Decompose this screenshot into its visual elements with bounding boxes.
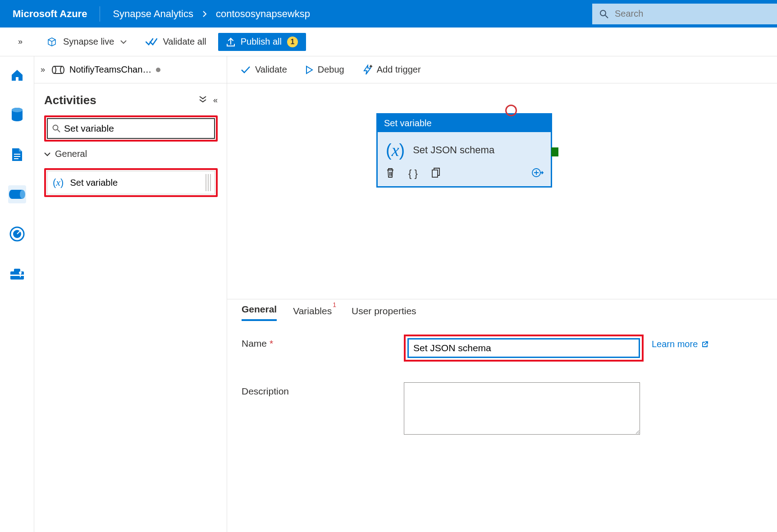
publish-count-badge: 1 [287, 37, 298, 47]
breadcrumb: Synapse Analytics contososynapsewksp [100, 8, 310, 20]
nav-monitor[interactable] [8, 225, 26, 243]
search-icon [52, 124, 60, 133]
nav-manage[interactable] [8, 265, 26, 283]
svg-point-3 [12, 108, 23, 112]
editor-tab[interactable]: NotifiyTeamsChan… [51, 64, 160, 75]
delete-node-button[interactable] [386, 167, 395, 180]
synapse-live-dropdown[interactable]: Synapse live [40, 34, 134, 50]
learn-more-link[interactable]: Learn more [652, 335, 708, 349]
status-indicator-icon [505, 105, 517, 116]
publish-all-button[interactable]: Publish all 1 [218, 33, 306, 51]
breadcrumb-workspace[interactable]: contososynapsewksp [216, 8, 310, 20]
activity-set-variable[interactable]: (x) Set variable [47, 171, 215, 194]
svg-point-17 [52, 66, 56, 73]
activity-item-label: Set variable [70, 178, 118, 188]
name-field-wrapper[interactable] [407, 338, 640, 358]
brand-label: Microsoft Azure [0, 6, 100, 22]
breadcrumb-service[interactable]: Synapse Analytics [113, 8, 193, 20]
synapse-live-label: Synapse live [63, 37, 114, 47]
nav-integrate[interactable] [8, 185, 26, 203]
activity-search[interactable] [47, 118, 215, 139]
cube-icon [47, 37, 57, 47]
document-icon [11, 147, 23, 162]
activities-heading: Activities [44, 93, 96, 107]
description-input[interactable] [404, 382, 640, 435]
chevron-down-icon [120, 40, 127, 44]
editor-tab-title: NotifiyTeamsChan… [69, 64, 151, 75]
svg-point-19 [53, 125, 58, 130]
add-trigger-button[interactable]: Add trigger [362, 64, 421, 75]
success-connector-handle[interactable] [551, 147, 558, 156]
highlight-name-field [404, 335, 644, 362]
nav-data[interactable] [8, 106, 26, 124]
variable-x-icon: (x) [386, 140, 405, 160]
trigger-icon [362, 64, 372, 75]
nav-home[interactable] [8, 66, 26, 84]
collapse-panel-button[interactable]: » [41, 65, 45, 74]
activity-group-label: General [55, 149, 87, 159]
nav-rail [0, 56, 34, 532]
drag-handle-icon [206, 174, 212, 191]
properties-tabs: General Variables1 User properties [227, 304, 777, 321]
variable-x-icon: (x) [53, 177, 64, 188]
gauge-icon [9, 226, 25, 242]
code-node-button[interactable]: { } [408, 168, 418, 179]
canvas-toolbar: Validate Debug Add trigger [227, 56, 777, 83]
highlight-search [44, 115, 218, 142]
highlight-activity-item: (x) Set variable [44, 168, 218, 197]
nav-develop[interactable] [8, 146, 26, 164]
chevron-right-icon [202, 11, 207, 17]
trash-icon [386, 167, 395, 178]
command-bar: » Synapse live Validate all Publish all … [0, 28, 777, 56]
validate-all-label: Validate all [163, 37, 206, 47]
pipeline-icon [8, 188, 26, 201]
svg-rect-21 [432, 170, 438, 177]
copy-icon [431, 167, 440, 178]
svg-rect-13 [14, 269, 20, 272]
debug-button[interactable]: Debug [305, 64, 344, 75]
svg-point-0 [600, 10, 606, 16]
hide-panel-button[interactable]: « [213, 96, 218, 105]
validate-label: Validate [255, 64, 287, 75]
tab-variables[interactable]: Variables1 [293, 305, 335, 321]
check-icon [241, 66, 251, 74]
learn-more-label: Learn more [652, 339, 698, 349]
external-link-icon [701, 341, 708, 348]
chevron-down-icon [44, 152, 50, 156]
pipeline-tab-icon [51, 65, 65, 75]
copy-node-button[interactable] [431, 167, 440, 180]
tab-user-properties[interactable]: User properties [352, 306, 416, 321]
debug-label: Debug [318, 64, 344, 75]
editor-tab-strip: » NotifiyTeamsChan… [34, 56, 227, 83]
validate-all-button[interactable]: Validate all [137, 34, 214, 50]
validate-all-icon [146, 37, 157, 47]
tab-general[interactable]: General [242, 304, 277, 321]
search-icon [599, 9, 608, 18]
svg-rect-5 [14, 156, 20, 157]
svg-rect-6 [14, 158, 18, 159]
svg-point-9 [20, 190, 25, 199]
name-input[interactable] [413, 343, 634, 353]
node-title: Set JSON schema [413, 144, 494, 156]
expand-rail-button[interactable]: » [18, 37, 23, 46]
activity-search-input[interactable] [64, 123, 210, 134]
collapse-all-button[interactable] [199, 96, 207, 105]
properties-pane: General Variables1 User properties Name … [227, 299, 777, 455]
toolbox-icon [9, 267, 25, 280]
add-trigger-label: Add trigger [377, 64, 421, 75]
svg-rect-4 [14, 154, 20, 155]
add-output-button[interactable] [532, 167, 544, 180]
pipeline-canvas[interactable]: Validate Debug Add trigger Set variable … [227, 56, 777, 532]
global-search-input[interactable] [615, 9, 770, 19]
top-bar: Microsoft Azure Synapse Analytics contos… [0, 0, 777, 28]
activity-node[interactable]: Set variable (x) Set JSON schema { } [376, 113, 552, 188]
name-label: Name * [242, 335, 404, 349]
activity-group-general[interactable]: General [44, 149, 218, 159]
add-arrow-icon [532, 167, 544, 178]
unsaved-indicator-icon [156, 68, 160, 72]
database-icon [11, 107, 23, 123]
global-search[interactable] [592, 4, 777, 24]
publish-all-label: Publish all [241, 37, 282, 47]
validate-button[interactable]: Validate [241, 64, 287, 75]
publish-icon [226, 37, 235, 47]
